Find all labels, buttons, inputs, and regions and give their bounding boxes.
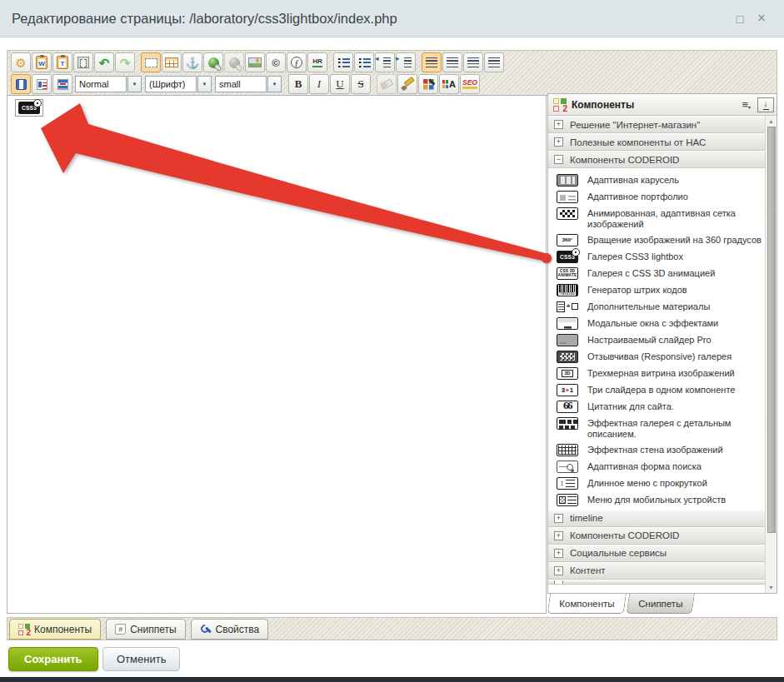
tab-snippets[interactable]: # Сниппеты xyxy=(106,619,185,640)
horizontal-rule-button[interactable]: HR xyxy=(307,52,327,72)
component-item[interactable]: 3D Трехмерная витрина изображений xyxy=(548,365,765,381)
section-content[interactable]: + Контент xyxy=(548,562,765,580)
font-color-button[interactable]: A xyxy=(439,74,459,94)
section-timeline[interactable]: + timeline xyxy=(548,510,765,527)
panel-menu-button[interactable]: ≡▾ xyxy=(740,99,752,110)
section-internet-shop[interactable]: + Решение "Интернет-магазин" xyxy=(548,116,765,133)
component-item[interactable]: Адаптивное портфолио xyxy=(548,188,765,205)
paste-as-text-button[interactable]: T xyxy=(52,52,72,72)
portfolio-icon xyxy=(554,190,581,203)
seo-icon: SEO xyxy=(462,79,477,90)
components-panel-title: Компоненты xyxy=(572,99,735,111)
source-settings-button[interactable]: ⚙ xyxy=(11,52,31,72)
redo-button[interactable]: ↷ xyxy=(115,52,135,72)
component-item[interactable]: Анимированная, адаптивная сетка изображе… xyxy=(548,205,765,231)
underline-button[interactable]: U xyxy=(330,74,350,94)
align-center-button[interactable] xyxy=(442,52,462,72)
align-left-button[interactable] xyxy=(422,52,442,72)
seo-button[interactable]: SEO xyxy=(460,74,480,94)
component-item[interactable]: ↕ Длинное меню с прокруткой xyxy=(548,475,765,491)
netcat-template-button[interactable] xyxy=(32,74,52,94)
component-item[interactable]: 66 Цитатник для сайта. xyxy=(548,398,765,415)
paste-text-icon: T xyxy=(57,56,68,69)
paste-from-word-button[interactable]: W xyxy=(32,52,52,72)
numbered-list-button[interactable] xyxy=(333,52,353,72)
insert-table-button[interactable] xyxy=(162,52,182,72)
component-item-css3-lightbox[interactable]: CSS3 Галерея CSS3 lightbox xyxy=(548,248,765,265)
justify-button[interactable] xyxy=(484,52,504,72)
font-select[interactable]: (Шрифт) ▼ xyxy=(145,76,212,92)
panel-tab-snippets[interactable]: Сниппеты xyxy=(627,594,695,614)
unlink-button[interactable] xyxy=(224,52,244,72)
component-item[interactable]: Отзывчивая (Responsive) галерея xyxy=(548,348,765,365)
scroll-up-icon[interactable]: ▲ xyxy=(766,116,777,127)
italic-button[interactable]: I xyxy=(309,74,329,94)
align-right-button[interactable] xyxy=(463,52,483,72)
text-color-button[interactable] xyxy=(418,74,438,94)
section-social-services[interactable]: + Социальные сервисы xyxy=(548,545,765,562)
section-clipped[interactable] xyxy=(548,580,765,585)
expand-icon[interactable]: + xyxy=(554,120,563,129)
component-item[interactable]: Эффектная стена изображений xyxy=(548,441,765,458)
placed-component[interactable]: CSS3 xyxy=(15,99,43,117)
select-all-button[interactable] xyxy=(73,52,93,72)
responsive-gallery-icon xyxy=(554,350,581,363)
indent-button[interactable]: ▸ xyxy=(396,52,416,72)
bulleted-list-button[interactable] xyxy=(354,52,374,72)
panel-scrollbar[interactable]: ▲ ▼ xyxy=(765,116,777,593)
scrollbar-thumb[interactable] xyxy=(767,127,776,533)
component-item[interactable]: Настраиваемый слайдер Pro xyxy=(548,331,765,348)
show-blocks-button[interactable] xyxy=(141,52,161,72)
section-coderoid-2[interactable]: + Компоненты CODEROID xyxy=(548,527,765,545)
component-item[interactable]: 7810150 Генератор штрих кодов xyxy=(548,281,765,298)
tab-properties[interactable]: Свойства xyxy=(191,619,269,640)
strikethrough-button[interactable]: S xyxy=(351,74,371,94)
panel-dock-button[interactable]: ↓ xyxy=(757,97,774,112)
section-coderoid[interactable]: − Компоненты CODEROID xyxy=(548,151,765,168)
special-char-button[interactable]: © xyxy=(266,52,286,72)
expand-icon[interactable]: + xyxy=(554,514,563,523)
component-item[interactable]: Адаптивная карусель xyxy=(548,172,765,188)
component-item[interactable]: + Дополнительные материалы xyxy=(548,298,765,315)
tab-components[interactable]: 2 Компоненты xyxy=(9,619,101,640)
insert-flash-button[interactable]: ƒ xyxy=(287,52,307,72)
editor-canvas[interactable]: CSS3 xyxy=(7,95,547,614)
expand-icon[interactable]: + xyxy=(554,137,563,147)
chevron-down-icon[interactable]: ▼ xyxy=(127,76,142,92)
component-item[interactable]: Меню для мобильных устройств xyxy=(548,491,765,508)
remove-format-button[interactable] xyxy=(377,74,397,94)
chevron-down-icon[interactable]: ▼ xyxy=(197,76,212,92)
component-item[interactable]: 360° Вращение изображений на 360 градусо… xyxy=(548,231,765,248)
panel-tab-components[interactable]: Компоненты xyxy=(547,594,627,614)
component-item[interactable]: 3в1 Три слайдера в одном компоненте xyxy=(548,381,765,398)
close-button[interactable]: × xyxy=(751,7,772,29)
maximize-button[interactable]: □ xyxy=(729,7,751,29)
insert-link-button[interactable] xyxy=(203,52,223,72)
netcat-split-button[interactable] xyxy=(52,74,72,94)
anchor-button[interactable]: ⚓ xyxy=(182,52,202,72)
bold-button[interactable]: B xyxy=(288,74,308,94)
collapse-icon[interactable]: − xyxy=(554,155,563,164)
size-select[interactable]: small ▼ xyxy=(215,76,282,92)
expand-icon[interactable]: + xyxy=(554,531,563,540)
cancel-button[interactable]: Отменить xyxy=(102,647,180,671)
expand-icon[interactable]: + xyxy=(554,566,563,575)
expand-icon[interactable]: + xyxy=(554,549,563,558)
insert-image-button[interactable] xyxy=(245,52,265,72)
chevron-down-icon[interactable]: ▼ xyxy=(267,76,282,92)
component-item[interactable]: Эффектная галерея с детальным описанием. xyxy=(548,415,765,441)
netcat-column-button[interactable] xyxy=(11,74,31,94)
clean-styles-button[interactable] xyxy=(397,74,417,94)
align-right-icon xyxy=(467,57,479,67)
outdent-button[interactable]: ◂ xyxy=(375,52,395,72)
align-center-icon xyxy=(447,57,458,67)
scroll-down-icon[interactable]: ▼ xyxy=(766,582,777,593)
component-item[interactable]: CSS 3DANIMATE Галерея с CSS 3D анимацией xyxy=(548,265,765,281)
component-item[interactable]: Модальные окна с эффектами xyxy=(548,315,765,331)
section-useful-components[interactable]: + Полезные компоненты от НАС xyxy=(548,133,765,151)
component-item[interactable]: Адаптивная форма поиска xyxy=(548,458,765,475)
format-select[interactable]: Normal ▼ xyxy=(75,76,142,92)
copyright-icon: © xyxy=(272,57,280,69)
undo-button[interactable]: ↶ xyxy=(94,52,114,72)
save-button[interactable]: Сохранить xyxy=(8,647,98,671)
